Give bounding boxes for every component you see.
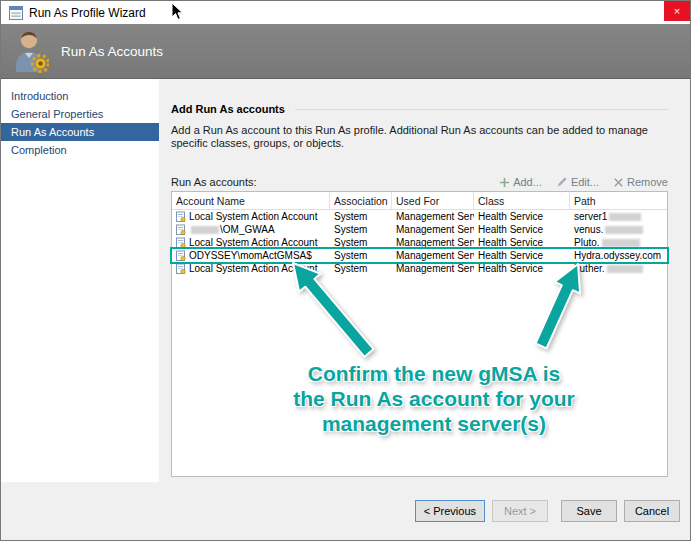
table-row[interactable]: Local System Action Account System Manag…: [172, 210, 667, 223]
column-header-association[interactable]: Association: [330, 192, 392, 209]
association-cell: System: [330, 211, 392, 222]
account-name: ODYSSEY\momActGMSA$: [189, 250, 312, 261]
redacted-text: [609, 213, 641, 221]
add-button-label: Add...: [513, 176, 542, 188]
table-header: Account Name Association Used For Class …: [172, 192, 667, 210]
run-as-profile-wizard-window: Run As Profile Wizard × Run As Accounts: [0, 0, 691, 541]
path-cell: server1: [570, 211, 667, 222]
account-name: Local System Action Account: [189, 263, 317, 274]
remove-button-label: Remove: [627, 176, 668, 188]
account-name: Local System Action Account: [189, 211, 317, 222]
wizard-header-banner: Run As Accounts: [1, 24, 690, 79]
account-icon: [176, 250, 186, 261]
used-for-cell: Management Server: [392, 263, 474, 274]
account-icon: [176, 211, 186, 222]
section-description: Add a Run As account to this Run As prof…: [171, 124, 668, 150]
column-header-class[interactable]: Class: [474, 192, 570, 209]
wizard-content-pane: Add Run As accounts Add a Run As account…: [159, 79, 690, 482]
section-title: Add Run As accounts: [171, 103, 285, 115]
association-cell: System: [330, 263, 392, 274]
sidebar-item-introduction[interactable]: Introduction: [1, 87, 159, 105]
redacted-text: [602, 239, 640, 247]
used-for-cell: Management Server: [392, 211, 474, 222]
previous-button[interactable]: < Previous: [415, 500, 485, 522]
column-header-account-name[interactable]: Account Name: [172, 192, 330, 209]
class-cell: Health Service: [474, 211, 570, 222]
sidebar-item-completion[interactable]: Completion: [1, 141, 159, 159]
sidebar-item-run-as-accounts[interactable]: Run As Accounts: [1, 123, 159, 141]
used-for-cell: Management Server: [392, 224, 474, 235]
window-title: Run As Profile Wizard: [29, 6, 146, 20]
mouse-cursor: [171, 2, 184, 21]
account-icon: [176, 263, 186, 274]
save-button[interactable]: Save: [561, 500, 617, 522]
run-as-accounts-icon: [13, 29, 49, 73]
account-icon: [176, 224, 186, 235]
wizard-button-bar: < Previous Next > Save Cancel: [1, 482, 690, 541]
run-as-accounts-label: Run As accounts:: [171, 176, 257, 188]
table-row-gmsa-highlighted[interactable]: ODYSSEY\momActGMSA$ System Management Se…: [172, 249, 667, 262]
table-row[interactable]: Local System Action Account System Manag…: [172, 236, 667, 249]
redacted-text: [191, 226, 219, 234]
association-cell: System: [330, 237, 392, 248]
plus-icon: [500, 178, 509, 187]
close-button[interactable]: ×: [664, 1, 690, 21]
class-cell: Health Service: [474, 224, 570, 235]
path-cell: venus.: [570, 224, 667, 235]
cancel-button[interactable]: Cancel: [624, 500, 680, 522]
wizard-app-icon: [9, 6, 23, 20]
account-name: Local System Action Account: [189, 237, 317, 248]
run-as-accounts-table[interactable]: Account Name Association Used For Class …: [171, 191, 668, 477]
pencil-icon: [557, 177, 567, 187]
class-cell: Health Service: [474, 263, 570, 274]
account-name: \OM_GWAA: [220, 224, 275, 235]
path-cell: Hydra.odyssey.com: [570, 250, 667, 261]
redacted-text: [605, 226, 643, 234]
path-cell: Pluto.: [570, 237, 667, 248]
path-cell: Luther.: [570, 263, 667, 274]
used-for-cell: Management Server: [392, 237, 474, 248]
x-icon: [614, 178, 623, 187]
column-header-used-for[interactable]: Used For: [392, 192, 474, 209]
sidebar-item-general-properties[interactable]: General Properties: [1, 105, 159, 123]
edit-button-label: Edit...: [571, 176, 599, 188]
wizard-nav-sidebar: Introduction General Properties Run As A…: [1, 79, 159, 482]
table-toolbar: Add... Edit... Remove: [500, 176, 668, 188]
table-row[interactable]: Local System Action Account System Manag…: [172, 262, 667, 275]
redacted-text: [607, 265, 643, 273]
banner-title: Run As Accounts: [61, 44, 163, 59]
edit-button[interactable]: Edit...: [557, 176, 599, 188]
used-for-cell: Management Server: [392, 250, 474, 261]
next-button[interactable]: Next >: [492, 500, 548, 522]
add-button[interactable]: Add...: [500, 176, 542, 188]
association-cell: System: [330, 224, 392, 235]
column-header-path[interactable]: Path: [570, 192, 667, 209]
class-cell: Health Service: [474, 250, 570, 261]
class-cell: Health Service: [474, 237, 570, 248]
association-cell: System: [330, 250, 392, 261]
remove-button[interactable]: Remove: [614, 176, 668, 188]
section-divider: [295, 109, 668, 110]
account-icon: [176, 237, 186, 248]
table-row[interactable]: \OM_GWAA System Management Server Health…: [172, 223, 667, 236]
title-bar[interactable]: Run As Profile Wizard ×: [1, 1, 690, 24]
